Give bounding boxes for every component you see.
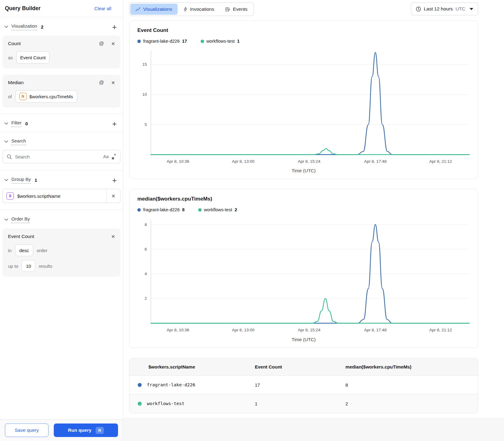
tab-visualizations[interactable]: Visualizations — [130, 4, 178, 15]
legend-series-value: 17 — [182, 39, 187, 44]
legend-series-value: 8 — [182, 207, 185, 212]
series-line-fragrant-lake-d226[interactable] — [151, 53, 469, 154]
clock-icon — [416, 6, 421, 12]
column-header-script-name[interactable]: $workers.scriptName — [129, 358, 255, 376]
series-line-workflows-test[interactable] — [151, 299, 469, 323]
toolbar: Visualizations Invocations Events Last 1… — [129, 2, 478, 16]
remove-group-by-button[interactable]: × — [106, 189, 120, 203]
x-tick-label: Apr 8, 15:24 — [298, 159, 321, 164]
add-group-by-button[interactable]: + — [112, 177, 117, 183]
x-tick-label: Apr 8, 17:48 — [364, 159, 387, 164]
chart-title: Event Count — [137, 27, 470, 33]
order-by-card: Event Count × in desc order up to 10 res… — [2, 228, 120, 277]
line-chart-svg: 2468Apr 8, 10:36Apr 8, 13:00Apr 8, 15:24… — [137, 215, 470, 335]
search-section-header: Search — [0, 132, 123, 150]
series-dot-icon — [137, 208, 141, 212]
caret-down-icon — [470, 8, 473, 10]
limit-chip[interactable]: 10 — [22, 260, 35, 272]
x-tick-label: Apr 8, 21:12 — [429, 328, 452, 333]
cell-event-count: 17 — [255, 376, 345, 394]
column-header-median[interactable]: median($workers.cpuTimeMs) — [345, 358, 478, 376]
table-row[interactable]: workflows-test12 — [129, 394, 478, 413]
filter-section-label[interactable]: Filter — [11, 120, 22, 127]
keyboard-shortcut-badge: R — [96, 427, 104, 434]
x-tick-label: Apr 8, 21:12 — [429, 159, 452, 164]
aggregation-name: Count — [8, 41, 21, 46]
cell-script-name: workflows-test — [147, 401, 184, 406]
clear-all-link[interactable]: Clear all — [94, 6, 111, 11]
add-visualization-button[interactable]: + — [112, 24, 117, 30]
table-row[interactable]: fragrant-lake-d226178 — [129, 376, 478, 394]
group-by-section-header: Group By 1 + — [0, 170, 123, 188]
as-label: as — [8, 55, 13, 60]
legend-item[interactable]: workflows-test2 — [198, 207, 237, 212]
y-tick-label: 5 — [144, 122, 147, 127]
legend-series-name: workflows-test — [204, 207, 232, 212]
column-header-event-count[interactable]: Event Count — [255, 358, 345, 376]
results-label: results — [39, 263, 52, 269]
chart-legend: fragrant-lake-d2268workflows-test2 — [137, 207, 470, 212]
group-by-field-row[interactable]: S $workers.scriptName × — [2, 189, 120, 203]
chart-title: median($workers.cpuTimeMs) — [137, 196, 470, 202]
cell-event-count: 1 — [255, 394, 345, 413]
group-by-section-label[interactable]: Group By — [11, 177, 31, 184]
sort-direction-chip[interactable]: desc — [15, 244, 33, 256]
tab-invocations[interactable]: Invocations — [178, 4, 219, 15]
y-tick-label: 15 — [142, 62, 147, 67]
add-filter-button[interactable]: + — [112, 121, 117, 127]
y-tick-label: 10 — [142, 92, 147, 97]
close-icon[interactable]: × — [111, 41, 115, 47]
legend-item[interactable]: fragrant-lake-d22617 — [137, 39, 187, 44]
x-tick-label: Apr 8, 13:00 — [232, 328, 254, 333]
save-query-button[interactable]: Save query — [5, 423, 49, 437]
visualization-section-label[interactable]: Visualization — [11, 23, 37, 30]
alias-chip[interactable]: Event Count — [16, 51, 50, 64]
legend-item[interactable]: fragrant-lake-d2268 — [137, 207, 185, 212]
chevron-down-icon[interactable] — [4, 140, 8, 143]
run-query-button[interactable]: Run query R — [54, 423, 118, 437]
cell-median: 8 — [345, 376, 478, 394]
number-field-icon: N — [19, 93, 27, 100]
close-icon[interactable]: × — [111, 80, 115, 86]
chevron-down-icon[interactable] — [4, 179, 8, 181]
line-chart[interactable]: 51015Apr 8, 10:36Apr 8, 13:00Apr 8, 15:2… — [137, 47, 470, 167]
time-range-selector[interactable]: Last 12 hours UTC — [411, 2, 478, 15]
search-box: Aa * — [2, 150, 120, 163]
mention-icon[interactable]: @ — [99, 80, 104, 85]
line-chart-svg: 51015Apr 8, 10:36Apr 8, 13:00Apr 8, 15:2… — [137, 47, 470, 167]
case-sensitive-icon[interactable]: Aa — [103, 154, 109, 159]
tab-events[interactable]: Events — [220, 4, 253, 15]
search-section-label[interactable]: Search — [11, 138, 26, 145]
close-icon[interactable]: × — [111, 233, 115, 240]
chart-card-median-cputime: median($workers.cpuTimeMs) fragrant-lake… — [129, 189, 478, 348]
mention-icon[interactable]: @ — [99, 41, 104, 46]
page-title: Query Builder — [5, 5, 41, 12]
sidebar-header: Query Builder Clear all — [0, 0, 123, 17]
legend-series-name: fragrant-lake-d226 — [143, 207, 180, 212]
legend-item[interactable]: workflows-test1 — [201, 39, 240, 44]
search-icon — [7, 154, 12, 159]
bottom-strip — [123, 418, 504, 441]
y-tick-label: 8 — [144, 222, 147, 227]
timezone-label: UTC — [455, 6, 465, 12]
sidebar-footer: Save query Run query R — [0, 419, 123, 441]
line-chart[interactable]: 2468Apr 8, 10:36Apr 8, 13:00Apr 8, 15:24… — [137, 215, 470, 335]
field-chip[interactable]: N $workers.cpuTimeMs — [15, 90, 77, 103]
series-line-workflows-test[interactable] — [151, 149, 469, 155]
chart-legend: fragrant-lake-d22617workflows-test1 — [137, 39, 470, 44]
group-by-count: 1 — [34, 178, 37, 183]
order-by-section-label[interactable]: Order By — [11, 216, 30, 223]
time-range-value: Last 12 hours — [424, 6, 453, 12]
chevron-down-icon[interactable] — [4, 122, 8, 125]
legend-series-value: 1 — [237, 39, 240, 44]
chevron-down-icon[interactable] — [4, 25, 8, 28]
order-label: order — [37, 248, 47, 253]
series-dot-icon — [138, 402, 142, 406]
visualization-card-count: Count @ × as Event Count — [2, 36, 120, 68]
cell-median: 2 — [345, 394, 478, 413]
y-tick-label: 2 — [144, 296, 147, 301]
search-input[interactable] — [15, 154, 100, 159]
chevron-down-icon[interactable] — [4, 218, 8, 221]
regex-icon[interactable]: * — [112, 154, 116, 160]
x-tick-label: Apr 8, 10:36 — [167, 159, 189, 164]
